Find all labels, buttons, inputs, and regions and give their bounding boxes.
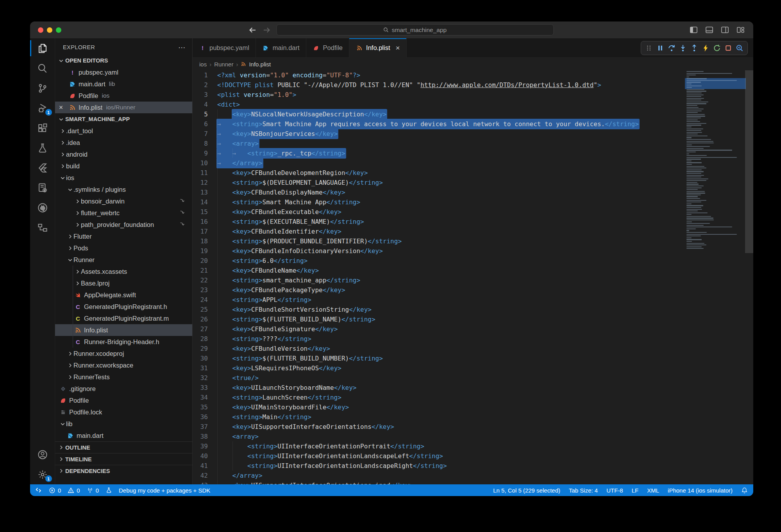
open-editor-item[interactable]: main.dartlib [55, 78, 192, 90]
tree-item-pods[interactable]: Pods [55, 242, 192, 254]
back-icon[interactable] [248, 26, 257, 34]
close-icon[interactable]: × [55, 104, 67, 112]
status-errors[interactable]: 0 [49, 487, 61, 494]
close-window-button[interactable] [38, 27, 43, 33]
tree-item--idea[interactable]: .idea [55, 137, 192, 148]
panel-bottom-icon[interactable] [705, 26, 713, 34]
tab-info-plist[interactable]: Info.plist× [349, 38, 407, 58]
tree-item--gitignore[interactable]: .gitignore [55, 383, 192, 395]
status-device-selector[interactable]: iPhone 14 (ios simulator) [668, 487, 733, 494]
tree-item-generatedpluginregistrant-h[interactable]: CGeneratedPluginRegistrant.h [55, 301, 192, 312]
tree-item-runner-xcodeproj[interactable]: Runner.xcodeproj [55, 348, 192, 359]
activity-refs-icon[interactable] [30, 218, 55, 237]
more-actions-icon[interactable]: ⋯ [178, 43, 186, 52]
tree-item-generatedpluginregistrant-m[interactable]: CGeneratedPluginRegistrant.m [55, 312, 192, 324]
status-warnings[interactable]: 0 [68, 487, 80, 494]
minimap-line [686, 202, 701, 202]
tree-item-runner[interactable]: Runner [55, 254, 192, 266]
breadcrumb-item[interactable]: ios [199, 61, 207, 68]
tab-pubspec-yaml[interactable]: !pubspec.yaml [193, 38, 256, 57]
status-cursor-position[interactable]: Ln 5, Col 5 (229 selected) [493, 487, 560, 494]
tree-item-ios[interactable]: ios [55, 172, 192, 184]
activity-explorer-icon[interactable] [30, 38, 55, 58]
activity-github-icon[interactable] [30, 198, 55, 218]
tree-item-android[interactable]: android [55, 148, 192, 160]
panel-timeline[interactable]: TIMELINE [55, 453, 192, 465]
status-debug-launch[interactable] [105, 487, 112, 494]
debug-step-over-icon[interactable] [667, 43, 677, 53]
tree-item--symlinks-plugins[interactable]: .symlinks / plugins [55, 184, 192, 195]
status-debug-mode[interactable]: Debug my code + packages + SDK [119, 487, 210, 494]
grip-handle-icon[interactable] [644, 43, 654, 53]
status-eol[interactable]: LF [632, 487, 639, 494]
status-notifications[interactable] [741, 487, 748, 494]
minimap[interactable] [686, 71, 744, 250]
open-editors-header[interactable]: OPEN EDITORS [55, 55, 192, 66]
item-label: AppDelegate.swift [84, 291, 136, 299]
tree-item-runner-xcworkspace[interactable]: Runner.xcworkspace [55, 359, 192, 371]
tab-main-dart[interactable]: main.dart [256, 38, 306, 57]
token: UISupportedInterfaceOrientations~ipad [251, 482, 390, 484]
tree-item-runner-bridging-header-h[interactable]: CRunner-Bridging-Header.h [55, 336, 192, 348]
open-editor-item[interactable]: ×Info.plistios/Runner [55, 102, 192, 113]
tree-item-path-provider-foundation[interactable]: path_provider_foundation [55, 219, 192, 230]
activity-testing-icon[interactable] [30, 138, 55, 158]
activity-project-icon[interactable] [30, 178, 55, 198]
status-ports[interactable]: 0 [87, 487, 99, 494]
panel-dependencies[interactable]: DEPENDENCIES [55, 465, 192, 477]
token: <key> [232, 189, 251, 196]
open-editor-item[interactable]: !pubspec.yaml [55, 66, 192, 78]
minimize-window-button[interactable] [47, 27, 52, 33]
debug-pause-icon[interactable] [655, 43, 665, 53]
tree-item-podfile-lock[interactable]: Podfile.lock [55, 406, 192, 418]
debug-bolt-icon[interactable] [701, 43, 711, 53]
activity-search-icon[interactable] [30, 58, 55, 78]
panel-right-icon[interactable] [721, 26, 729, 34]
debug-restart-icon[interactable] [712, 43, 722, 53]
tree-item-runnertests[interactable]: RunnerTests [55, 371, 192, 383]
indent-guide [217, 324, 218, 334]
project-root-header[interactable]: SMART_MACHINE_APP [55, 113, 192, 125]
debug-step-into-icon[interactable] [678, 43, 688, 53]
tree-item-info-plist[interactable]: Info.plist [55, 324, 192, 336]
tree-item-podfile[interactable]: Podfile [55, 395, 192, 406]
layout-icon[interactable] [736, 26, 745, 34]
status-indentation[interactable]: Tab Size: 4 [569, 487, 598, 494]
tree-item-main-dart[interactable]: main.dart [55, 430, 192, 441]
panel-left-icon[interactable] [690, 26, 698, 34]
tree-item-flutter[interactable]: Flutter [55, 230, 192, 242]
breadcrumb-item[interactable]: Runner [214, 61, 233, 68]
minimap-line [686, 225, 704, 226]
tree-item-assets-xcassets[interactable]: Assets.xcassets [55, 266, 192, 277]
zoom-window-button[interactable] [56, 27, 61, 33]
code-editor[interactable]: 1<?xml version="1.0" encoding="UTF-8"?>2… [193, 70, 753, 484]
status-language-mode[interactable]: XML [647, 487, 659, 494]
tree-item-appdelegate-swift[interactable]: AppDelegate.swift [55, 289, 192, 301]
activity-gear-icon[interactable]: 1 [30, 464, 55, 484]
close-icon[interactable]: × [396, 44, 400, 52]
tree-item-base-lproj[interactable]: Base.lproj [55, 277, 192, 289]
panel-outline[interactable]: OUTLINE [55, 441, 192, 453]
tree-item-bonsoir-darwin[interactable]: bonsoir_darwin [55, 195, 192, 207]
status-remote-indicator[interactable] [36, 487, 42, 494]
tree-item-lib[interactable]: lib [55, 418, 192, 430]
tree-item-build[interactable]: build [55, 160, 192, 172]
search-input[interactable]: smart_machine_app [276, 24, 554, 36]
debug-step-out-icon[interactable] [689, 43, 699, 53]
open-editor-item[interactable]: Podfileios [55, 90, 192, 102]
status-encoding[interactable]: UTF-8 [606, 487, 623, 494]
activity-debug-icon[interactable]: 1 [30, 98, 55, 118]
minimap-line [686, 102, 708, 102]
activity-account-icon[interactable] [30, 445, 55, 464]
activity-extensions-icon[interactable] [30, 118, 55, 138]
tab-podfile[interactable]: Podfile [306, 38, 349, 57]
breadcrumb-item[interactable]: Info.plist [249, 61, 271, 68]
debug-stop-icon[interactable] [723, 43, 733, 53]
tree-item--dart-tool[interactable]: .dart_tool [55, 125, 192, 137]
scrollbar-slider[interactable] [745, 70, 753, 253]
forward-icon[interactable] [262, 26, 271, 34]
debug-inspector-icon[interactable] [735, 43, 745, 53]
activity-flutter-icon[interactable] [30, 158, 55, 178]
activity-scm-icon[interactable] [30, 78, 55, 98]
tree-item-flutter-webrtc[interactable]: flutter_webrtc [55, 207, 192, 219]
